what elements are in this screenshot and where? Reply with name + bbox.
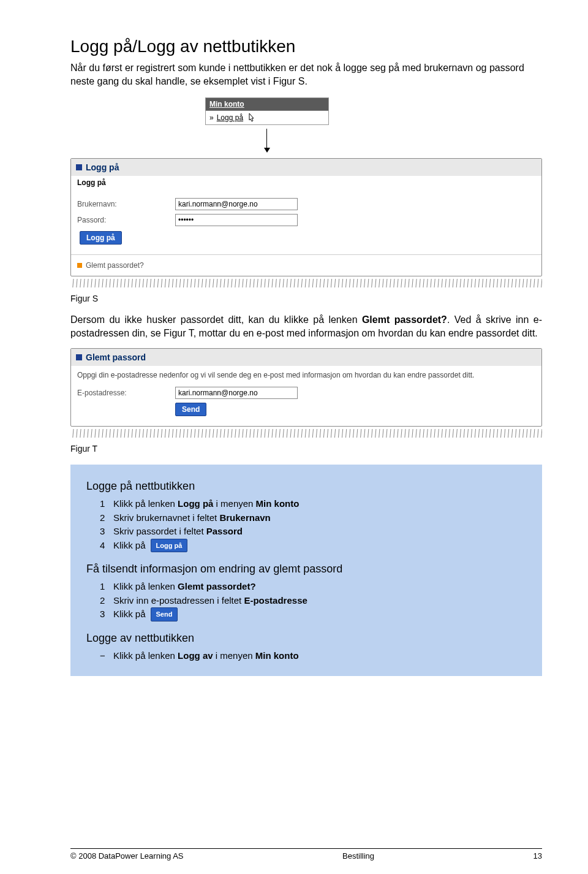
min-konto-item-label: Logg på — [217, 113, 243, 122]
list-arrow: » — [209, 113, 214, 122]
send-button-inline[interactable]: Send — [151, 607, 178, 621]
forgot-password-link[interactable]: Glemt passordet? — [71, 254, 541, 276]
square-icon — [77, 263, 82, 268]
login-panel-screenshot: Logg på Logg på Brukernavn: Passord: Log… — [70, 158, 542, 276]
step-1: 1Klikk på lenken Logg på i menyen Min ko… — [100, 497, 527, 511]
square-icon — [76, 164, 82, 170]
login-button[interactable]: Logg på — [80, 231, 122, 245]
page-title: Logg på/Logg av nettbutikken — [70, 37, 542, 56]
forgot-password-text: Glemt passordet? — [86, 261, 144, 270]
step-4: 4Klikk på Logg på — [100, 539, 527, 553]
instructions-heading-logout: Logge av nettbutikken — [86, 630, 527, 647]
square-icon — [76, 354, 82, 360]
step-2: 2Skriv brukernavnet i feltet Brukernavn — [100, 511, 527, 525]
footer-center: Bestilling — [342, 851, 374, 861]
password-input[interactable] — [175, 214, 298, 226]
figure-t-caption: Figur T — [70, 444, 542, 454]
username-label: Brukernavn: — [77, 200, 175, 208]
login-panel-title: Logg på — [86, 162, 119, 172]
forgot-step-3: 3Klikk på Send — [100, 607, 527, 621]
instructions-heading-login: Logge på nettbutikken — [86, 478, 527, 495]
min-konto-item-logg-pa[interactable]: » Logg på — [206, 111, 328, 124]
send-button[interactable]: Send — [175, 403, 206, 416]
logout-step: −Klikk på lenken Logg av i menyen Min ko… — [100, 649, 527, 663]
forgot-step-1: 1Klikk på lenken Glemt passordet? — [100, 580, 527, 594]
arrow-down-icon — [266, 129, 267, 152]
torn-edge — [70, 429, 542, 438]
page-footer: © 2008 DataPower Learning AS Bestilling … — [70, 848, 542, 861]
instructions-heading-forgot: Få tilsendt informasjon om endring av gl… — [86, 561, 527, 577]
instructions-box: Logge på nettbutikken 1Klikk på lenken L… — [70, 465, 542, 676]
intro-paragraph: Når du først er registrert som kunde i n… — [70, 61, 542, 88]
forgot-panel-desc: Oppgi din e-postadresse nedenfor og vi v… — [77, 371, 535, 379]
torn-edge — [70, 279, 542, 287]
username-input[interactable] — [175, 198, 298, 210]
cursor-icon — [246, 113, 255, 123]
login-panel-subtitle: Logg på — [71, 176, 541, 189]
login-button-inline[interactable]: Logg på — [151, 539, 188, 553]
forgot-paragraph: Dersom du ikke husker passordet ditt, ka… — [70, 313, 542, 340]
email-label: E-postadresse: — [77, 389, 175, 397]
email-input[interactable] — [175, 387, 298, 399]
step-3: 3Skriv passordet i feltet Passord — [100, 525, 527, 539]
forgot-step-2: 2Skriv inn e-postadressen i feltet E-pos… — [100, 594, 527, 608]
min-konto-menu-screenshot: Min konto » Logg på — [205, 97, 329, 125]
footer-page-number: 13 — [533, 851, 542, 861]
min-konto-header: Min konto — [206, 98, 328, 111]
forgot-panel-title: Glemt passord — [86, 352, 146, 362]
forgot-panel-header: Glemt passord — [71, 349, 541, 366]
forgot-panel-screenshot: Glemt passord Oppgi din e-postadresse ne… — [70, 348, 542, 427]
figure-s-caption: Figur S — [70, 294, 542, 303]
login-panel-header: Logg på — [71, 159, 541, 176]
password-label: Passord: — [77, 216, 175, 224]
footer-copyright: © 2008 DataPower Learning AS — [70, 851, 183, 861]
